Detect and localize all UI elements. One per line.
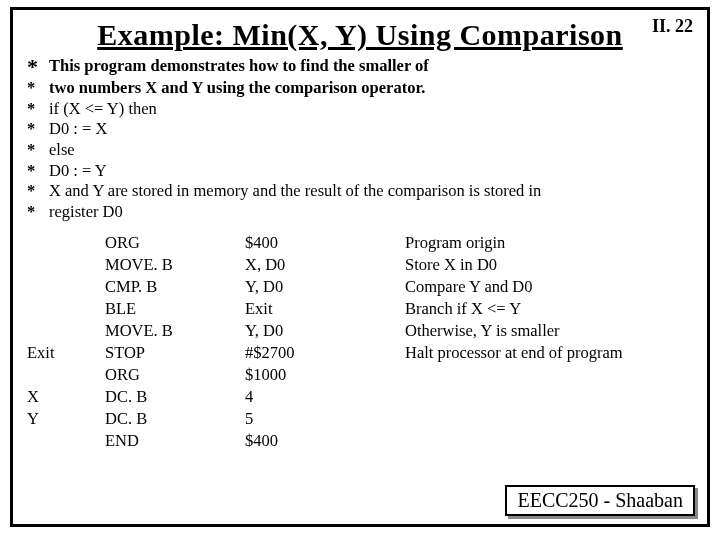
asm-desc: Store X in D0 (405, 254, 693, 276)
asm-desc: Otherwise, Y is smaller (405, 320, 693, 342)
comment-line: * else (27, 140, 693, 161)
asm-op: MOVE. B (105, 320, 245, 342)
asm-arg: Y, D0 (245, 276, 405, 298)
asm-row: XDC. B4 (27, 386, 693, 408)
asm-row: BLEExitBranch if X <= Y (27, 298, 693, 320)
asm-arg: #$2700 (245, 342, 405, 364)
asm-desc (405, 430, 693, 452)
asm-row: ORG$400Program origin (27, 232, 693, 254)
asm-label (27, 320, 105, 342)
comment-line: * if (X <= Y) then (27, 99, 693, 120)
asm-arg: $1000 (245, 364, 405, 386)
comment-text: X and Y are stored in memory and the res… (49, 181, 693, 202)
comment-line: * D0 : = X (27, 119, 693, 140)
asm-row: MOVE. BY, D0Otherwise, Y is smaller (27, 320, 693, 342)
comment-line: * D0 : = Y (27, 161, 693, 182)
asm-desc: Program origin (405, 232, 693, 254)
asm-row: ExitSTOP #$2700Halt processor at end of … (27, 342, 693, 364)
asm-label (27, 298, 105, 320)
comment-text: else (49, 140, 693, 161)
asm-arg: 5 (245, 408, 405, 430)
asm-op: ORG (105, 232, 245, 254)
asm-arg: $400 (245, 232, 405, 254)
asm-op: BLE (105, 298, 245, 320)
asm-op: END (105, 430, 245, 452)
comment-text: two numbers X and Y using the comparison… (49, 78, 693, 99)
asm-label (27, 364, 105, 386)
assembly-listing: ORG$400Program origin MOVE. BX, D0Store … (27, 232, 693, 452)
comment-line: * X and Y are stored in memory and the r… (27, 181, 693, 202)
asm-desc: Compare Y and D0 (405, 276, 693, 298)
asm-desc (405, 386, 693, 408)
asm-label (27, 232, 105, 254)
asm-op: ORG (105, 364, 245, 386)
asm-label (27, 254, 105, 276)
comment-text: D0 : = Y (49, 161, 693, 182)
comment-line: *two numbers X and Y using the compariso… (27, 78, 693, 99)
asm-row: ORG $1000 (27, 364, 693, 386)
comment-text: D0 : = X (49, 119, 693, 140)
asm-label (27, 430, 105, 452)
comment-text: if (X <= Y) then (49, 99, 693, 120)
asm-op: DC. B (105, 386, 245, 408)
asm-row: CMP. BY, D0Compare Y and D0 (27, 276, 693, 298)
comment-line: * register D0 (27, 202, 693, 223)
asm-arg: $400 (245, 430, 405, 452)
asm-arg: Exit (245, 298, 405, 320)
asm-op: DC. B (105, 408, 245, 430)
asm-desc (405, 408, 693, 430)
slide-title: Example: Min(X, Y) Using Comparison (27, 18, 693, 52)
asm-desc: Branch if X <= Y (405, 298, 693, 320)
asm-arg: 4 (245, 386, 405, 408)
footer-badge: EECC250 - Shaaban (505, 485, 695, 516)
asm-arg: Y, D0 (245, 320, 405, 342)
asm-arg: X, D0 (245, 254, 405, 276)
comment-line: * This program demonstrates how to find … (27, 56, 693, 78)
asm-op: CMP. B (105, 276, 245, 298)
page-number: II. 22 (652, 16, 693, 37)
asm-label (27, 276, 105, 298)
asm-op: MOVE. B (105, 254, 245, 276)
asm-row: YDC. B5 (27, 408, 693, 430)
asm-row: MOVE. BX, D0Store X in D0 (27, 254, 693, 276)
asm-label: Y (27, 408, 105, 430)
asm-desc (405, 364, 693, 386)
asm-op: STOP (105, 342, 245, 364)
comment-block: * This program demonstrates how to find … (27, 56, 693, 222)
comment-text: register D0 (49, 202, 693, 223)
asm-row: END$400 (27, 430, 693, 452)
slide-frame: II. 22 Example: Min(X, Y) Using Comparis… (10, 7, 710, 527)
comment-text: This program demonstrates how to find th… (49, 56, 693, 78)
asm-desc: Halt processor at end of program (405, 342, 693, 364)
asm-label: X (27, 386, 105, 408)
asm-label: Exit (27, 342, 105, 364)
